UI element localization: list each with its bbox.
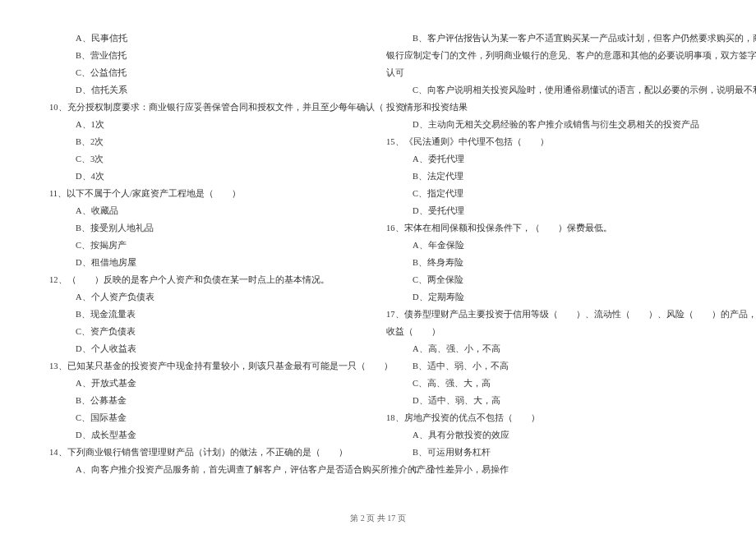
- q12-opt-b: B、现金流量表: [49, 306, 370, 323]
- q15-opt-a: A、委托代理: [386, 150, 707, 168]
- q13-opt-b: B、公募基金: [49, 392, 370, 409]
- right-column: B、客户评估报告认为某一客户不适宜购买某一产品或计划，但客户仍然要求购买的，商业…: [378, 30, 715, 511]
- q11-opt-b: B、接受别人地礼品: [49, 219, 370, 237]
- q13-opt-c: C、国际基金: [49, 409, 370, 426]
- q9-opt-b: B、营业信托: [49, 47, 370, 64]
- q15-opt-b: B、法定代理: [386, 168, 707, 185]
- q12-stem: 12、（ ）反映的是客户个人资产和负债在某一时点上的基本情况。: [49, 271, 370, 288]
- q17-stem-line1: 17、债券型理财产品主要投资于信用等级（ ）、流动性（ ）、风险（ ）的产品，: [386, 306, 707, 323]
- q15-stem: 15、《民法通则》中代理不包括（ ）: [386, 133, 707, 150]
- q11-stem: 11、以下不属于个人/家庭资产工程地是（ ）: [49, 185, 370, 202]
- q14-opt-b-line1: B、客户评估报告认为某一客户不适宜购买某一产品或计划，但客户仍然要求购买的，商业: [386, 30, 707, 47]
- q17-stem-line2: 收益（ ）: [386, 323, 707, 340]
- q12-opt-c: C、资产负债表: [49, 323, 370, 340]
- q14-opt-a: A、向客户推介投资产品服务前，首先调查了解客户，评估客户是否适合购买所推介的产品: [49, 461, 370, 478]
- q13-opt-d: D、成长型基金: [49, 426, 370, 444]
- q10-opt-b: B、2次: [49, 133, 370, 150]
- q17-opt-b: B、适中、弱、小，不高: [386, 357, 707, 375]
- q16-stem: 16、宋体在相同保额和投保条件下，（ ）保费最低。: [386, 219, 707, 237]
- q13-stem: 13、已知某只基金的投资资产中现金持有量较小，则该只基金最有可能是一只（ ）: [49, 357, 370, 375]
- q12-opt-d: D、个人收益表: [49, 340, 370, 357]
- q14-stem: 14、下列商业银行销售管理理财产品（计划）的做法，不正确的是（ ）: [49, 444, 370, 461]
- q9-opt-d: D、信托关系: [49, 81, 370, 99]
- q10-stem: 10、充分授权制度要求：商业银行应妥善保管合同和授权文件，并且至少每年确认（ ）: [49, 99, 370, 116]
- q9-opt-a: A、民事信托: [49, 30, 370, 47]
- page-body: A、民事信托 B、营业信托 C、公益信托 D、信托关系 10、充分授权制度要求：…: [0, 0, 756, 534]
- left-column: A、民事信托 B、营业信托 C、公益信托 D、信托关系 10、充分授权制度要求：…: [41, 30, 378, 511]
- page-footer: 第 2 页 共 17 页: [0, 513, 756, 524]
- q15-opt-d: D、受托代理: [386, 202, 707, 219]
- q12-opt-a: A、个人资产负债表: [49, 288, 370, 306]
- q18-opt-a: A、具有分散投资的效应: [386, 426, 707, 444]
- q17-opt-d: D、适中、弱、大，高: [386, 392, 707, 409]
- q13-opt-a: A、开放式基金: [49, 375, 370, 392]
- q16-opt-b: B、终身寿险: [386, 254, 707, 271]
- q16-opt-c: C、两全保险: [386, 271, 707, 288]
- q10-opt-d: D、4次: [49, 168, 370, 185]
- q10-opt-c: C、3次: [49, 150, 370, 168]
- q14-opt-d: D、主动向无相关交易经验的客户推介或销售与衍生交易相关的投资产品: [386, 116, 707, 133]
- q18-opt-b: B、可运用财务杠杆: [386, 444, 707, 461]
- q14-opt-b-line3: 认可: [386, 64, 707, 81]
- q11-opt-c: C、按揭房产: [49, 237, 370, 254]
- q14-opt-c-line1: C、向客户说明相关投资风险时，使用通俗易懂试的语言，配以必要的示例，说明最不利的: [386, 81, 707, 99]
- q14-opt-b-line2: 银行应制定专门的文件，列明商业银行的意见、客户的意愿和其他的必要说明事项，双方签…: [386, 47, 707, 64]
- q18-stem: 18、房地产投资的优点不包括（ ）: [386, 409, 707, 426]
- q16-opt-d: D、定期寿险: [386, 288, 707, 306]
- q14-opt-c-line2: 投资情形和投资结果: [386, 99, 707, 116]
- q10-opt-a: A、1次: [49, 116, 370, 133]
- q16-opt-a: A、年金保险: [386, 237, 707, 254]
- q15-opt-c: C、指定代理: [386, 185, 707, 202]
- q17-opt-c: C、高、强、大，高: [386, 375, 707, 392]
- q18-opt-c: C、个性差异小，易操作: [386, 461, 707, 478]
- q17-opt-a: A、高、强、小，不高: [386, 340, 707, 357]
- q11-opt-d: D、租借地房屋: [49, 254, 370, 271]
- q11-opt-a: A、收藏品: [49, 202, 370, 219]
- q9-opt-c: C、公益信托: [49, 64, 370, 81]
